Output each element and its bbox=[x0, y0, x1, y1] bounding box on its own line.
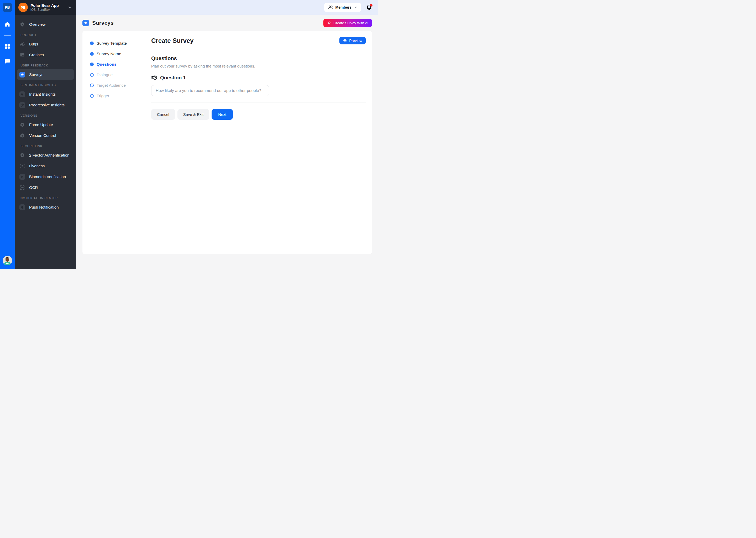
chat-icon[interactable] bbox=[4, 58, 11, 65]
fingerprint-icon bbox=[20, 174, 25, 180]
ocr-scan-icon bbox=[20, 185, 25, 190]
step-survey-template[interactable]: Survey Template bbox=[82, 38, 144, 49]
chevron-down-icon bbox=[68, 5, 72, 10]
sidebar-item-force-update[interactable]: Force Update bbox=[17, 119, 74, 130]
sidebar-item-label: Bugs bbox=[29, 42, 38, 46]
sidebar-item-liveness[interactable]: Liveness bbox=[17, 161, 74, 171]
step-dot-hollow bbox=[90, 83, 94, 87]
cancel-button[interactable]: Cancel bbox=[151, 109, 175, 120]
shield-lock-icon bbox=[20, 152, 25, 158]
app-root: PB PB Polar Bear App iOS, SandBox bbox=[0, 0, 378, 269]
wizard-actions: Cancel Save & Exit Next bbox=[151, 109, 366, 120]
sidebar-item-surveys[interactable]: ★ Surveys bbox=[17, 69, 74, 80]
sidebar-nav: Overview PRODUCT Bugs Crashes USER FEEDB… bbox=[15, 15, 76, 213]
sidebar-item-instant-insights[interactable]: Instant Insights bbox=[17, 89, 74, 100]
chevron-down-icon bbox=[354, 6, 357, 9]
sidebar-item-label: OCR bbox=[29, 185, 38, 190]
question-1-header: Question 1 bbox=[151, 75, 366, 81]
next-button[interactable]: Next bbox=[212, 109, 233, 120]
question-list-icon bbox=[151, 75, 158, 81]
icon-rail: PB bbox=[0, 0, 15, 269]
sidebar-item-crashes[interactable]: Crashes bbox=[17, 49, 74, 60]
sidebar-item-2fa[interactable]: 2 Factor Authentication bbox=[17, 150, 74, 161]
sidebar-item-label: Force Update bbox=[29, 123, 53, 127]
apps-grid-icon[interactable] bbox=[4, 43, 11, 49]
question-input[interactable] bbox=[151, 85, 269, 96]
org-logo[interactable]: PB bbox=[3, 3, 12, 12]
eye-icon bbox=[343, 38, 347, 43]
workspace-switcher[interactable]: PB Polar Bear App iOS, SandBox bbox=[15, 0, 76, 15]
sidebar-item-label: Biometric Verification bbox=[29, 175, 66, 179]
workspace-subtitle: iOS, SandBox bbox=[30, 8, 68, 12]
home-icon[interactable] bbox=[4, 21, 11, 27]
preview-label: Preview bbox=[349, 39, 362, 43]
sparkle-icon bbox=[327, 21, 331, 25]
sidebar-item-label: Push Notification bbox=[29, 205, 59, 209]
members-label: Members bbox=[336, 5, 352, 10]
sidebar-item-overview[interactable]: Overview bbox=[17, 19, 74, 30]
sidebar-item-label: Progressive Insights bbox=[29, 103, 65, 107]
question-label: Question 1 bbox=[160, 75, 186, 81]
sidebar-item-bugs[interactable]: Bugs bbox=[17, 39, 74, 49]
section-divider bbox=[151, 102, 366, 102]
sidebar-item-version-control[interactable]: Version Control bbox=[17, 130, 74, 141]
cube-icon bbox=[20, 133, 25, 138]
wizard-stepper: Survey Template Survey Name Questions Di… bbox=[82, 31, 144, 254]
sidebar-item-ocr[interactable]: OCR bbox=[17, 182, 74, 193]
step-trigger[interactable]: Trigger bbox=[82, 91, 144, 101]
sidebar: PB Polar Bear App iOS, SandBox Overview … bbox=[15, 0, 76, 269]
workspace-avatar: PB bbox=[19, 3, 28, 12]
surveys-star-icon: ★ bbox=[20, 72, 25, 78]
sidebar-item-label: Liveness bbox=[29, 164, 45, 168]
members-button[interactable]: Members bbox=[324, 3, 361, 12]
step-survey-name[interactable]: Survey Name bbox=[82, 49, 144, 59]
step-dot-hollow bbox=[90, 94, 94, 98]
heart-icon bbox=[20, 91, 25, 97]
step-dialogue[interactable]: Dialogue bbox=[82, 70, 144, 80]
bug-icon bbox=[20, 41, 25, 47]
save-and-exit-button[interactable]: Save & Exit bbox=[177, 109, 210, 120]
content-area: Members ★ Surveys Create Survey With AI bbox=[76, 0, 378, 269]
link-icon bbox=[20, 102, 25, 108]
page-title: Surveys bbox=[92, 20, 114, 26]
notifications-bell-icon[interactable] bbox=[366, 4, 372, 11]
notification-dot bbox=[370, 4, 372, 7]
sidebar-section-sentiment: SENTIMENT INSIGHTS bbox=[17, 80, 74, 89]
card-zone: Survey Template Survey Name Questions Di… bbox=[76, 31, 378, 269]
wizard-title: Create Survey bbox=[151, 37, 193, 44]
workspace-name: Polar Bear App bbox=[30, 3, 68, 8]
bell-small-icon bbox=[20, 204, 25, 210]
rail-divider bbox=[4, 35, 11, 36]
step-target-audience[interactable]: Target Audience bbox=[82, 80, 144, 91]
sidebar-item-label: Surveys bbox=[29, 72, 43, 77]
sidebar-item-label: 2 Factor Authentication bbox=[29, 153, 69, 157]
user-avatar[interactable] bbox=[3, 256, 12, 265]
page-header: ★ Surveys Create Survey With AI bbox=[76, 15, 378, 31]
create-survey-with-ai-button[interactable]: Create Survey With AI bbox=[323, 19, 372, 27]
questions-subheading: Plan out your survey by asking the most … bbox=[151, 64, 366, 68]
preview-button[interactable]: Preview bbox=[339, 37, 366, 44]
sidebar-section-user-feedback: USER FEEDBACK bbox=[17, 60, 74, 69]
sidebar-section-notification-center: NOTIFICATION CENTER bbox=[17, 193, 74, 202]
sidebar-item-biometric[interactable]: Biometric Verification bbox=[17, 171, 74, 182]
crash-window-icon bbox=[20, 52, 25, 58]
step-dot-filled bbox=[90, 52, 94, 56]
step-dot-filled bbox=[90, 63, 94, 66]
sidebar-item-label: Overview bbox=[29, 22, 46, 27]
create-survey-card: Survey Template Survey Name Questions Di… bbox=[82, 31, 372, 254]
surveys-page-icon: ★ bbox=[82, 20, 89, 26]
hexagon-up-arrow-icon bbox=[20, 122, 25, 128]
topbar: Members bbox=[76, 0, 378, 15]
sidebar-section-secure-link: SECURE LINK bbox=[17, 141, 74, 150]
step-questions[interactable]: Questions bbox=[82, 59, 144, 70]
wizard-pane: Create Survey Preview Questions Plan out… bbox=[144, 31, 372, 254]
ai-button-label: Create Survey With AI bbox=[333, 21, 368, 25]
sidebar-section-versions: VERSIONS bbox=[17, 110, 74, 119]
sidebar-item-label: Version Control bbox=[29, 133, 56, 138]
sidebar-item-label: Instant Insights bbox=[29, 92, 56, 96]
sidebar-item-push-notification[interactable]: Push Notification bbox=[17, 202, 74, 213]
sidebar-section-product: PRODUCT bbox=[17, 30, 74, 39]
sidebar-item-progressive-insights[interactable]: Progressive Insights bbox=[17, 100, 74, 110]
questions-heading: Questions bbox=[151, 55, 366, 62]
overview-icon bbox=[20, 22, 25, 27]
